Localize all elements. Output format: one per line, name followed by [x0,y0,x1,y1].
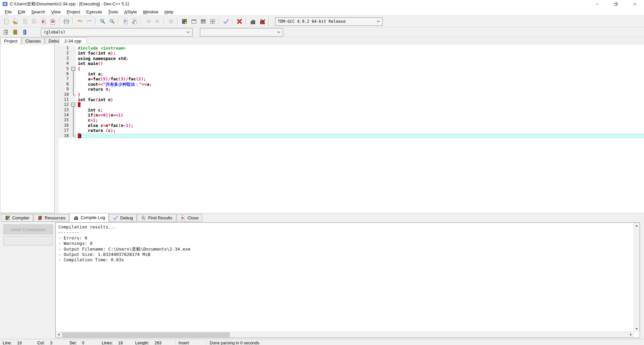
toolbar-separator [164,18,165,25]
tab-compile-log[interactable]: Compile Log [69,213,109,222]
menu-view[interactable]: View [48,9,64,15]
code-line-12[interactable]: 12{ [59,102,644,107]
delete-profiling-button[interactable] [258,17,267,26]
tab-compiler[interactable]: Compiler [1,214,33,222]
line-number: 11 [59,97,71,102]
toolbar-class-buttons [1,27,30,37]
replace-button[interactable] [121,17,130,26]
tab-classes[interactable]: Classes [21,38,44,44]
tab-resources[interactable]: Resources [34,214,69,222]
menu-edit[interactable]: Edit [15,9,28,15]
title-bar: C:\Users\坚毅\Documents\2-34.cpp - [Execut… [0,0,644,8]
run-button[interactable] [189,17,199,26]
remove-from-project-icon [21,29,28,36]
code-text: } [76,133,644,138]
undo-button[interactable] [75,17,85,26]
code-text: a=fac(5)/fac(3)/fac(2); [76,76,644,81]
rebuild-all-button[interactable] [208,17,217,26]
menu-project[interactable]: Project [64,9,83,15]
remove-from-project-button[interactable] [20,27,30,37]
log-horizontal-scrollbar[interactable] [56,332,634,338]
syntax-check-button[interactable] [221,17,231,26]
status-lines: Lines:18 [99,339,132,345]
code-line-8[interactable]: 8 cout<<"共有多少种取法："<<a; [59,82,644,87]
code-line-15[interactable]: 15 c=1; [59,118,644,123]
menu-astyle[interactable]: AStyle [121,9,140,15]
code-line-13[interactable]: 13 int c; [59,108,644,113]
restore-button[interactable] [606,0,625,8]
bottom-panel-tabs: CompilerResourcesCompile LogDebugFind Re… [0,213,644,222]
scroll-up-icon[interactable] [635,224,638,226]
tab-project[interactable]: Project [0,38,21,44]
save-all-icon [31,18,38,25]
tab-debug[interactable]: Debug [109,214,137,222]
code-line-1[interactable]: 1#include <iostream> [59,46,644,51]
compile-run-button[interactable] [199,17,208,26]
undo-icon [76,18,83,25]
code-line-9[interactable]: 9 return 0; [59,87,644,92]
toolbar-separator [141,18,142,25]
menu-tools[interactable]: Tools [105,9,121,15]
menu-search[interactable]: Search [28,9,48,15]
scroll-right-icon[interactable] [630,333,633,336]
compile-log-tab-icon [73,215,79,220]
debug-tab-icon [113,215,118,221]
tab-close[interactable]: Close [176,214,202,222]
code-line-10[interactable]: 10} [59,92,644,97]
goto-definition-button [166,17,176,26]
compiler-select[interactable]: TDM-GCC 4.9.2 64-bit Release [275,17,383,26]
log-vertical-scrollbar[interactable] [634,223,640,332]
toolbar-group-stop [235,17,244,26]
open-file-button[interactable] [11,17,20,26]
new-unit-button[interactable] [1,27,11,37]
menu-window[interactable]: Window [140,9,161,15]
code-line-17[interactable]: 17 return (c); [59,128,644,133]
log-line: - Warnings: 0 [58,241,632,246]
code-line-2[interactable]: 2int fac(int n); [59,51,644,56]
fold-marker-open[interactable] [71,102,76,107]
menu-file[interactable]: File [2,9,15,15]
find-button[interactable] [98,17,107,26]
menu-help[interactable]: Help [161,9,176,15]
code-line-14[interactable]: 14 if(n==0||n==1) [59,113,644,118]
compile-button[interactable] [180,17,189,26]
code-line-11[interactable]: 11int fac(int n) [59,97,644,102]
incremental-search-button[interactable] [130,17,140,26]
project-panel[interactable] [0,44,55,213]
editor-tab-2-34-cpp[interactable]: 2-34.cpp [59,38,87,44]
scroll-down-icon[interactable] [635,328,638,331]
text-caret [80,134,81,138]
code-line-6[interactable]: 6 int a; [59,71,644,76]
print-button[interactable] [62,17,71,26]
fold-marker-open[interactable] [71,66,76,71]
code-line-4[interactable]: 4int main() [59,61,644,66]
log-line: Compilation results... [58,224,632,230]
code-line-16[interactable]: 16 else c=n*fac(n-1); [59,123,644,128]
tab-label: Debug [120,215,133,220]
menu-execute[interactable]: Execute [83,9,105,15]
code-editor[interactable]: 1#include <iostream>2int fac(int n);3usi… [59,44,644,213]
tab-find-results[interactable]: Find Results [137,214,176,222]
member-select[interactable] [200,28,283,37]
code-text: cout<<"共有多少种取法："<<a; [76,82,644,87]
close-all-button[interactable] [48,17,58,26]
toolbar-separator [219,18,220,25]
profile-button[interactable] [248,17,258,26]
code-line-5[interactable]: 5{ [59,66,644,71]
close-window-button[interactable] [625,0,644,8]
scroll-left-icon[interactable] [57,333,59,336]
scrollbar-thumb[interactable] [62,332,230,337]
scope-select[interactable]: (globals) [41,28,193,37]
resources-tab-icon [37,215,43,221]
new-file-button[interactable] [1,17,11,26]
code-line-7[interactable]: 7 a=fac(5)/fac(3)/fac(2); [59,76,644,81]
panel-splitter[interactable] [55,44,59,213]
line-number: 3 [59,56,71,61]
find-in-files-button[interactable] [107,17,117,26]
code-line-3[interactable]: 3using namespace std; [59,56,644,61]
close-file-button[interactable] [39,17,48,26]
minimize-button[interactable] [588,0,606,8]
add-to-project-button[interactable] [11,27,20,37]
code-line-18[interactable]: 18} [59,133,644,138]
stop-execution-button[interactable] [235,17,244,26]
